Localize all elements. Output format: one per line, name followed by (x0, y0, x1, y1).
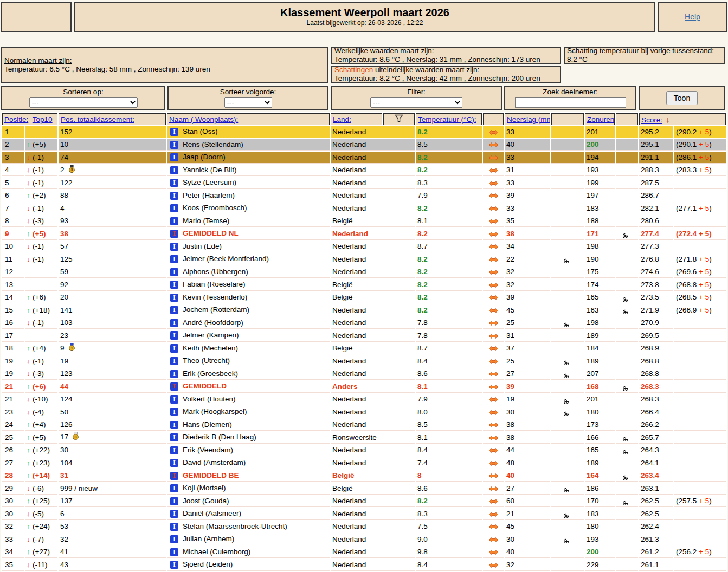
deelnemer-naam: Mario (Temse) (183, 217, 229, 225)
pos-totaalklassement-cell: 30 (59, 445, 166, 457)
filter-funnel-icon[interactable] (394, 114, 404, 122)
info-icon[interactable]: I (170, 535, 178, 543)
trend-arrow-icon: ↓ (27, 179, 33, 187)
top10-cell: ↑(+4) (25, 343, 57, 355)
pos-totaal-value: 152 (60, 128, 73, 136)
info-icon[interactable]: I (170, 395, 178, 404)
top10-sort-link[interactable]: Top10 (33, 115, 53, 123)
score-cell: 268.8 (639, 368, 673, 380)
table-row: 33 ↓(-7) 32 IJulian (Arnhem) Nederland 9… (2, 534, 726, 545)
left-right-arrow-icon (483, 547, 504, 558)
info-icon[interactable]: I (170, 357, 178, 365)
trend-delta: (-1) (33, 179, 44, 187)
show-button[interactable]: Toon (666, 91, 698, 105)
trend-arrow-icon: ↑ (27, 230, 33, 238)
top10-cell: ↑(+6) (25, 292, 57, 304)
deelnemer-naam: Rens (Stellendam) (183, 140, 243, 148)
land-cell: Nederland (331, 406, 415, 418)
pos-totaal-value: 2 (60, 165, 65, 173)
left-right-arrow-icon (483, 343, 504, 355)
info-icon[interactable]: I (170, 255, 178, 263)
zonuren-cell: 200 (585, 139, 615, 151)
sort-select[interactable]: --- (29, 97, 138, 108)
score-sort-link[interactable]: Score: (641, 116, 662, 124)
zonuren-cell: 201 (585, 126, 615, 138)
info-icon[interactable]: I (170, 561, 178, 569)
info-icon[interactable]: I (170, 472, 178, 480)
info-icon[interactable]: I (170, 204, 178, 212)
neerslag-cell: 32 (505, 266, 550, 278)
left-right-arrow-icon (483, 241, 504, 253)
info-icon[interactable]: I (170, 268, 178, 276)
naam-sort-link[interactable]: Naam ( Woonplaats): (169, 115, 238, 123)
schattingen-link[interactable]: Schattingen (334, 66, 373, 74)
top10-cell: ↑(+14) (25, 470, 57, 482)
filter-select[interactable]: --- (370, 97, 462, 108)
info-icon[interactable]: I (170, 332, 178, 340)
search-box: Zoek deelnemer: (504, 86, 636, 110)
land-cell: Nederland (331, 419, 415, 431)
table-row: 8 ↓(-3) 93 IMario (Temse) België 8.1 35 … (2, 216, 726, 227)
search-input[interactable] (515, 97, 626, 108)
info-icon[interactable]: I (170, 382, 178, 391)
left-right-arrow-icon (483, 279, 504, 291)
positie-sort-link[interactable]: Positie: (4, 115, 28, 123)
info-icon[interactable]: I (170, 446, 178, 454)
sort-direction-icon[interactable]: ↓ (666, 115, 670, 124)
land-cell: Nederland (331, 228, 415, 240)
info-icon[interactable]: I (170, 319, 178, 327)
help-link[interactable]: Help (685, 12, 700, 21)
land-sort-link[interactable]: Land: (333, 115, 351, 123)
info-icon[interactable]: I (170, 408, 178, 416)
info-icon[interactable]: I (170, 548, 178, 556)
neerslag-cell: 33 (505, 203, 550, 214)
land-cell: Nederland (331, 457, 415, 469)
info-icon[interactable]: I (170, 153, 178, 161)
top10-cell: ↓(-1) (25, 203, 57, 214)
left-right-arrow-icon (483, 457, 504, 469)
sort-order-select[interactable]: --- (224, 97, 272, 108)
trend-arrow-icon: ↓ (27, 166, 33, 174)
deelnemer-naam: GEMIDDELD BE (183, 471, 239, 479)
land-header: Land: (331, 113, 382, 125)
info-icon[interactable]: I (170, 523, 178, 531)
info-icon[interactable]: I (170, 281, 178, 289)
info-icon[interactable]: I (170, 497, 178, 505)
zonuren-cell: 197 (585, 190, 615, 202)
info-icon[interactable]: I (170, 459, 178, 467)
info-icon[interactable]: I (170, 192, 178, 200)
pos-totaalklassement-cell: 122 (59, 177, 166, 189)
temperatuur-cell: 8.2 (416, 266, 482, 278)
info-icon[interactable]: I (170, 217, 178, 225)
info-icon[interactable]: I (170, 344, 178, 353)
zonuren-changed-icon (616, 457, 638, 469)
pos-totaalklassement-cell: 32 (59, 534, 166, 545)
top10-cell: ↑(+5) (25, 432, 57, 444)
info-icon[interactable]: I (170, 510, 178, 518)
info-icon[interactable]: I (170, 141, 178, 149)
info-icon[interactable]: I (170, 370, 178, 378)
neerslag-cell: 25 (505, 355, 550, 367)
pos-totaal-sort-link[interactable]: Pos. totaalklassement: (61, 115, 134, 123)
score-bonus-cell (674, 521, 726, 533)
info-icon[interactable]: I (170, 306, 178, 314)
neerslag-sort-link[interactable]: Neerslag (mm): (507, 115, 550, 123)
neerslag-cell: 38 (505, 228, 550, 240)
zonuren-sort-link[interactable]: Zonuren: (587, 115, 615, 123)
zonuren-cell: 188 (585, 216, 615, 227)
neerslag-cell: 39 (505, 190, 550, 202)
temperatuur-sort-link[interactable]: Temperatuur (°C): (418, 115, 476, 123)
info-icon[interactable]: I (170, 484, 178, 492)
neerslag-changed-icon (551, 559, 584, 571)
info-icon[interactable]: I (170, 128, 178, 136)
positie-cell: 6 (2, 190, 24, 202)
info-icon[interactable]: I (170, 243, 178, 251)
info-icon[interactable]: I (170, 294, 178, 302)
info-icon[interactable]: I (170, 179, 178, 187)
naam-cell: IMark (Hoogkarspel) (167, 406, 330, 418)
info-icon[interactable]: I (170, 421, 178, 429)
info-icon[interactable]: I (170, 230, 178, 238)
neerslag-cell: 44 (505, 445, 550, 457)
info-icon[interactable]: I (170, 166, 178, 174)
info-icon[interactable]: I (170, 433, 178, 441)
